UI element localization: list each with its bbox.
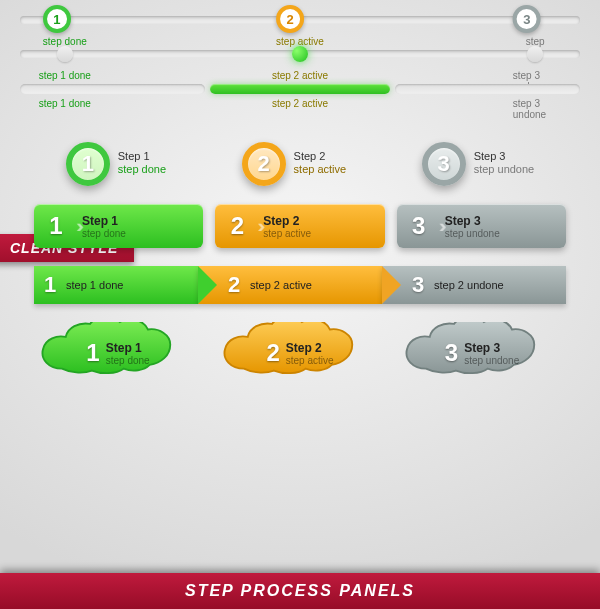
ribbon-step-3[interactable]: 3 step 2 undone — [382, 266, 566, 304]
step-marker-1[interactable]: 1 step done — [43, 5, 87, 47]
panel-title: Step 2 — [263, 214, 311, 228]
step-title: Step 1 — [118, 151, 166, 162]
ring-icon: 1 — [43, 5, 71, 33]
ribbon-label: step 2 active — [250, 279, 312, 291]
step-label: step 3 undone — [513, 98, 558, 120]
ring-label-row: 1 Step 1step done 2 Step 2step active 3 … — [20, 142, 580, 186]
ribbon-step-2[interactable]: 2 step 2 active — [198, 266, 382, 304]
panel-sub: step active — [263, 228, 311, 239]
step-sub: step active — [294, 162, 347, 177]
ring-icon: 1 — [66, 142, 110, 186]
step-marker-2[interactable]: 2 step active — [276, 5, 324, 47]
ribbon-number: 1 — [34, 272, 66, 298]
panel-step-3[interactable]: 3 ››› Step 3step undone — [397, 204, 566, 248]
panel-row: 1 ››› Step 1step done 2 ››› Step 2step a… — [20, 204, 580, 248]
cloud-title: Step 2 — [286, 341, 334, 355]
footer-banner: STEP PROCESS PANELS — [0, 573, 600, 609]
ring-icon: 3 — [422, 142, 466, 186]
step-item-1[interactable]: 1 Step 1step done — [66, 142, 166, 186]
step-title: Step 2 — [294, 151, 347, 162]
progress-bar-dots: step 1 done step 2 active step 3 undone — [20, 50, 580, 58]
ribbon-label: step 1 done — [66, 279, 124, 291]
ribbon-number: 3 — [402, 272, 434, 298]
cloud-title: Step 1 — [106, 341, 150, 355]
panel-step-1[interactable]: 1 ››› Step 1step done — [34, 204, 203, 248]
progress-bar-segments: step 1 done step 2 active step 3 undone — [20, 84, 580, 94]
panel-number: 1 — [34, 204, 78, 248]
panel-sub: step done — [82, 228, 126, 239]
ring-icon: 2 — [276, 5, 304, 33]
ribbon-step-1[interactable]: 1 step 1 done — [34, 266, 198, 304]
cloud-number: 2 — [266, 339, 279, 367]
segment-done[interactable] — [20, 84, 205, 94]
segment-active[interactable] — [210, 84, 389, 94]
step-item-3[interactable]: 3 Step 3step undone — [422, 142, 535, 186]
ring-icon: 3 — [513, 5, 541, 33]
step-item-2[interactable]: 2 Step 2step active — [242, 142, 347, 186]
cloud-number: 1 — [86, 339, 99, 367]
ribbon-label: step 2 undone — [434, 279, 504, 291]
ring-icon: 2 — [242, 142, 286, 186]
panel-title: Step 3 — [445, 214, 500, 228]
panel-step-2[interactable]: 2 ››› Step 2step active — [215, 204, 384, 248]
cloud-row: 1Step 1step done 2Step 2step active 3Ste… — [20, 322, 580, 384]
cloud-sub: step active — [286, 355, 334, 366]
cloud-title: Step 3 — [464, 341, 519, 355]
step-sub: step undone — [474, 162, 535, 177]
step-label: step 2 active — [272, 70, 328, 81]
step-label: step 1 done — [39, 70, 91, 81]
cloud-step-1[interactable]: 1Step 1step done — [34, 322, 202, 384]
cloud-number: 3 — [445, 339, 458, 367]
panel-number: 2 — [215, 204, 259, 248]
step-label: step 2 active — [272, 98, 328, 109]
panel-sub: step undone — [445, 228, 500, 239]
cloud-sub: step done — [106, 355, 150, 366]
ribbon-number: 2 — [218, 272, 250, 298]
dot-icon[interactable] — [57, 46, 73, 62]
cloud-step-2[interactable]: 2Step 2step active — [216, 322, 384, 384]
segment-undone[interactable] — [395, 84, 580, 94]
step-sub: step done — [118, 162, 166, 177]
cloud-sub: step undone — [464, 355, 519, 366]
step-label: step 1 done — [39, 98, 91, 109]
panel-number: 3 — [397, 204, 441, 248]
step-title: Step 3 — [474, 151, 535, 162]
arrow-ribbon: 1 step 1 done 2 step 2 active 3 step 2 u… — [20, 266, 580, 304]
dot-icon[interactable] — [292, 46, 308, 62]
panel-title: Step 1 — [82, 214, 126, 228]
progress-bar-rings: 1 step done 2 step active 3 step undone — [20, 16, 580, 24]
cloud-step-3[interactable]: 3Step 3step undone — [398, 322, 566, 384]
dot-icon[interactable] — [527, 46, 543, 62]
